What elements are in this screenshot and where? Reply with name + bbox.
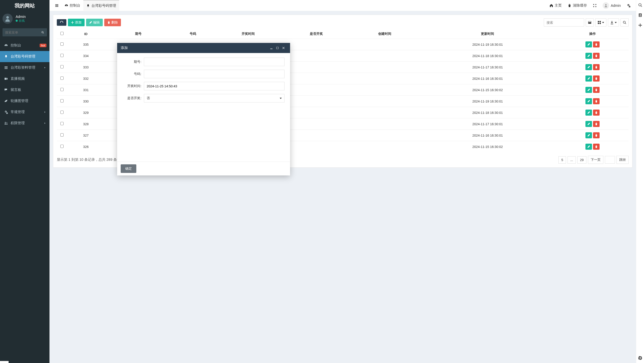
- row-delete-button[interactable]: [593, 75, 600, 82]
- row-checkbox[interactable]: [60, 133, 64, 137]
- row-checkbox[interactable]: [60, 65, 64, 68]
- row-edit-button[interactable]: [585, 98, 592, 104]
- modal-close[interactable]: [280, 45, 287, 51]
- edit-button[interactable]: 编辑: [86, 19, 103, 26]
- jump-button[interactable]: 跳转: [616, 156, 629, 164]
- sidebar-item[interactable]: 轮播图管理: [0, 95, 49, 107]
- user-status: 在线: [16, 19, 26, 23]
- sidebar-item[interactable]: 留言板: [0, 84, 49, 95]
- add-button[interactable]: 添加: [68, 19, 85, 26]
- col-header[interactable]: 创建时间: [351, 29, 419, 39]
- sidebar-item[interactable]: 权限管理: [0, 118, 49, 129]
- row-delete-button[interactable]: [593, 121, 600, 127]
- row-edit-button[interactable]: [585, 41, 592, 47]
- page-number[interactable]: 5: [558, 156, 566, 164]
- sidebar-search-input[interactable]: [3, 28, 38, 36]
- col-header[interactable]: 更新时间: [419, 29, 556, 39]
- export-button[interactable]: [608, 18, 619, 27]
- crumb-current[interactable]: 台湾彩号码管理: [83, 0, 119, 11]
- row-edit-button[interactable]: [585, 53, 592, 59]
- row-delete-button[interactable]: [593, 87, 600, 93]
- dock-search[interactable]: [636, 0, 644, 10]
- row-delete-button[interactable]: [593, 53, 600, 59]
- sidebar-item[interactable]: 常规管理: [0, 107, 49, 118]
- open-time-input[interactable]: [144, 82, 285, 90]
- row-delete-button[interactable]: [593, 64, 600, 70]
- row-delete-button[interactable]: [593, 98, 600, 104]
- row-edit-button[interactable]: [585, 87, 592, 93]
- col-header[interactable]: ID: [67, 29, 105, 39]
- row-edit-button[interactable]: [585, 110, 592, 116]
- row-checkbox[interactable]: [60, 54, 64, 57]
- row-checkbox[interactable]: [60, 122, 64, 125]
- sidebar-item[interactable]: 台湾彩资料管理: [0, 62, 49, 73]
- sidebar-search-button[interactable]: [38, 28, 47, 36]
- sidebar-item-label: 台湾彩资料管理: [11, 65, 35, 70]
- refresh-button[interactable]: [57, 19, 66, 26]
- crumb-dashboard[interactable]: 控制台: [62, 0, 83, 11]
- cell-created: [351, 107, 419, 118]
- col-header[interactable]: 操作: [556, 29, 629, 39]
- modal-maximize[interactable]: [274, 45, 280, 51]
- col-header[interactable]: 期号: [105, 29, 172, 39]
- dock-contacts[interactable]: [636, 10, 644, 20]
- crumb-label: 台湾彩号码管理: [91, 4, 116, 8]
- dock-add[interactable]: [636, 20, 644, 30]
- row-edit-button[interactable]: [585, 75, 592, 82]
- trash-icon: [568, 4, 571, 7]
- page-number[interactable]: ...: [568, 156, 576, 164]
- search-input[interactable]: [544, 18, 584, 27]
- page-number[interactable]: 29: [577, 156, 586, 164]
- nav-home[interactable]: 主页: [547, 0, 565, 11]
- cell-updated: 2024-11-18 16:30:01: [419, 50, 556, 62]
- sidebar-item-label: 轮播图管理: [11, 99, 28, 103]
- row-checkbox[interactable]: [60, 111, 64, 114]
- modal-minimize[interactable]: [268, 45, 274, 51]
- sidebar-item[interactable]: 直播视频: [0, 73, 49, 84]
- cell-updated: 2024-11-15 16:30:02: [419, 84, 556, 96]
- sidebar-item[interactable]: 控制台hot: [0, 40, 49, 51]
- nav-user[interactable]: Admin: [600, 0, 624, 11]
- row-edit-button[interactable]: [585, 132, 592, 138]
- nav-clear-cache[interactable]: 清除缓存: [565, 0, 590, 11]
- row-delete-button[interactable]: [593, 41, 600, 47]
- select-all-checkbox[interactable]: [60, 32, 64, 35]
- view-card-button[interactable]: [586, 18, 594, 27]
- row-checkbox[interactable]: [60, 76, 64, 80]
- row-edit-button[interactable]: [585, 144, 592, 150]
- row-checkbox[interactable]: [60, 99, 64, 102]
- toolbar-search-button[interactable]: [621, 18, 629, 27]
- period-input[interactable]: [144, 58, 285, 66]
- col-header[interactable]: 是否开奖: [282, 29, 351, 39]
- badge-hot: hot: [40, 44, 46, 47]
- col-header[interactable]: 开奖时间: [214, 29, 282, 39]
- cell-id: 326: [67, 141, 105, 152]
- cell-is-open: [282, 96, 351, 107]
- next-page-button[interactable]: 下一页: [588, 156, 603, 164]
- sidebar-toggle[interactable]: [52, 0, 62, 11]
- nav-fullscreen[interactable]: [590, 0, 600, 11]
- is-open-select[interactable]: 否: [144, 94, 285, 102]
- columns-button[interactable]: [595, 18, 606, 27]
- col-header[interactable]: 号码: [172, 29, 214, 39]
- row-delete-button[interactable]: [593, 110, 600, 116]
- confirm-button[interactable]: 确定: [121, 164, 136, 173]
- sidebar-item[interactable]: 台湾彩号码管理: [0, 51, 49, 62]
- row-edit-button[interactable]: [585, 121, 592, 127]
- row-checkbox[interactable]: [60, 42, 64, 46]
- cell-id: 334: [67, 50, 105, 62]
- row-delete-button[interactable]: [593, 132, 600, 138]
- dock-settings[interactable]: [636, 353, 644, 363]
- jump-page-input[interactable]: [605, 156, 615, 164]
- cell-created: [351, 141, 419, 152]
- row-edit-button[interactable]: [585, 64, 592, 70]
- code-input[interactable]: [144, 70, 285, 78]
- cell-id: 332: [67, 73, 105, 84]
- row-checkbox[interactable]: [60, 145, 64, 148]
- nav-settings[interactable]: [624, 0, 633, 11]
- sidebar-item-label: 直播视频: [11, 76, 25, 81]
- delete-button[interactable]: 删除: [104, 19, 121, 26]
- cell-id: 329: [67, 107, 105, 118]
- row-delete-button[interactable]: [593, 144, 600, 150]
- row-checkbox[interactable]: [60, 88, 64, 91]
